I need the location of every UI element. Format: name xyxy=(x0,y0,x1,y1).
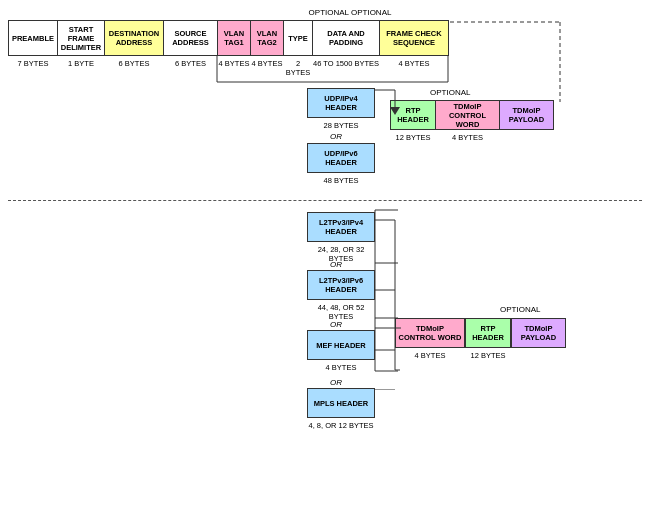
lower-bracket-svg xyxy=(373,208,403,373)
tdmoip-payload-lower: TDMoIP PAYLOAD xyxy=(511,318,566,348)
udp-ipv6-cell: UDP/IPv6 HEADER xyxy=(307,143,375,173)
vlan-tag1-cell: VLAN TAG1 xyxy=(217,20,251,56)
svg-marker-13 xyxy=(390,107,400,115)
dashed-divider xyxy=(8,200,642,201)
or-1: OR xyxy=(330,132,342,141)
dest-addr-bytes: 6 BYTES xyxy=(104,59,164,68)
preamble-cell: PREAMBLE xyxy=(8,20,58,56)
optional-top-label: OPTIONAL OPTIONAL xyxy=(290,8,410,17)
udp-ipv4-bytes: 28 BYTES xyxy=(307,121,375,130)
fcs-cell: FRAME CHECK SEQUENCE xyxy=(379,20,449,56)
tdmoip-cw-lower: TDMoIP CONTROL WORD xyxy=(395,318,465,348)
tdmoip-payload-upper: TDMoIP PAYLOAD xyxy=(499,100,554,130)
mpls-header-bytes: 4, 8, OR 12 BYTES xyxy=(307,421,375,430)
data-padding-cell: DATA AND PADDING xyxy=(312,20,380,56)
mpls-header-cell: MPLS HEADER xyxy=(307,388,375,418)
rtp-header-lower-bytes: 12 BYTES xyxy=(465,351,511,360)
rtp-header-lower: RTP HEADER xyxy=(465,318,511,348)
fcs-bracket-svg xyxy=(445,20,565,104)
tdmoip-cw-upper-bytes: 4 BYTES xyxy=(435,133,500,142)
dest-addr-cell: DESTINATION ADDRESS xyxy=(104,20,164,56)
udp-ipv6-bytes: 48 BYTES xyxy=(307,176,375,185)
src-addr-cell: SOURCE ADDRESS xyxy=(163,20,218,56)
rtp-header-upper-bytes: 12 BYTES xyxy=(390,133,436,142)
preamble-bytes: 7 BYTES xyxy=(8,59,58,68)
optional-mid2: OPTIONAL xyxy=(500,305,540,314)
upper-arrow-svg xyxy=(370,85,400,115)
tdmoip-cw-lower-bytes: 4 BYTES xyxy=(395,351,465,360)
sfd-cell: START FRAME DELIMITER xyxy=(57,20,105,56)
src-addr-bytes: 6 BYTES xyxy=(163,59,218,68)
bracket-svg xyxy=(215,54,450,84)
sfd-bytes: 1 BYTE xyxy=(57,59,105,68)
udp-ipv4-cell: UDP/IPv4 HEADER xyxy=(307,88,375,118)
type-cell: TYPE xyxy=(283,20,313,56)
tdmoip-cw-upper: TDMoIP CONTROL WORD xyxy=(435,100,500,130)
vlan-tag2-cell: VLAN TAG2 xyxy=(250,20,284,56)
diagram: OPTIONAL OPTIONAL PREAMBLE 7 BYTES START… xyxy=(0,0,650,507)
